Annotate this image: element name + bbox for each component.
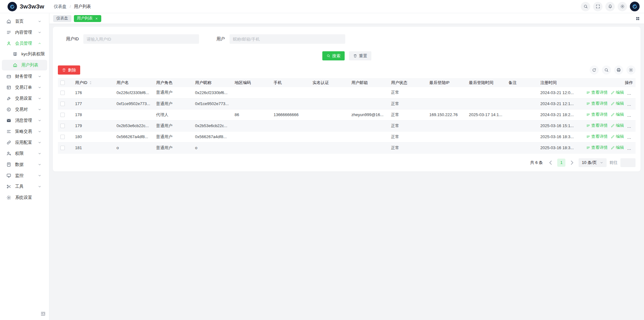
pencil-icon [611, 146, 615, 150]
sidebar-item-kyc-list[interactable]: kyc列表权限 [0, 49, 49, 59]
sidebar-item-home[interactable]: 首页 [0, 16, 49, 27]
total-count: 共 6 条 [530, 160, 543, 166]
table-row: 178代理人8613666666666zheyun999@16...正常169.… [58, 109, 636, 120]
sidebar-item-message-mgmt[interactable]: 消息管理 [0, 115, 49, 126]
column-label: 用户ID [75, 80, 87, 85]
detail-icon [586, 102, 590, 106]
delete-button[interactable]: 删除 [58, 65, 80, 75]
col-select [58, 78, 73, 87]
user-id-label: 用户ID [66, 36, 79, 42]
search-icon[interactable] [602, 65, 611, 75]
page-size-select[interactable]: 10 条/页 [579, 158, 607, 167]
sidebar-item-trade-settings[interactable]: 交易设置 [0, 93, 49, 104]
user-avatar[interactable] [630, 2, 640, 11]
cell-realname [310, 109, 349, 120]
reset-button[interactable]: 重置 [349, 51, 371, 60]
sidebar-item-monitor[interactable]: 监控 [0, 170, 49, 181]
view-detail-link[interactable]: 查看详情 [586, 123, 608, 128]
sidebar-item-system-settings[interactable]: 系统设置 [0, 192, 49, 203]
cell-last_login [466, 98, 506, 109]
sidebar-item-app-config[interactable]: 应用配置 [0, 137, 49, 148]
edit-link[interactable]: 编辑 [611, 90, 624, 95]
next-page-button[interactable] [568, 159, 576, 166]
row-checkbox[interactable] [60, 146, 65, 150]
fullscreen-icon[interactable] [593, 2, 602, 11]
cell-role: 普通用户 [153, 142, 192, 153]
page-number-1[interactable]: 1 [557, 159, 565, 167]
edit-link[interactable]: 编辑 [611, 112, 624, 117]
search-icon[interactable] [581, 2, 590, 11]
sidebar-item-user-list[interactable]: 用户列表 [2, 60, 47, 70]
edit-link[interactable]: 编辑 [611, 145, 624, 150]
view-detail-link[interactable]: 查看详情 [586, 112, 608, 117]
pencil-icon [611, 113, 615, 117]
sidebar-item-trade-orders[interactable]: 交易订单 [0, 82, 49, 93]
edit-link[interactable]: 编辑 [611, 123, 624, 128]
delete-button-label: 删除 [68, 67, 76, 73]
cell-remark [506, 120, 538, 131]
edit-link[interactable]: 编辑 [611, 134, 624, 139]
tab-user-list[interactable]: 用户列表 [74, 15, 101, 22]
cell-phone [271, 142, 310, 153]
col-realname: 实名认证 [310, 78, 349, 87]
col-username: 用户名 [114, 78, 154, 87]
cell-username [114, 109, 154, 120]
search-button[interactable]: 搜索 [322, 51, 345, 60]
cell-id: 179 [73, 120, 114, 131]
cell-region [232, 98, 271, 109]
copyright-icon [6, 107, 11, 112]
sidebar-item-tools[interactable]: 工具 [0, 181, 49, 192]
view-detail-link[interactable]: 查看详情 [586, 90, 608, 95]
refresh-icon[interactable] [590, 65, 599, 75]
row-checkbox[interactable] [60, 102, 65, 106]
col-last_ip: 最后登陆IP [427, 78, 466, 87]
row-checkbox[interactable] [60, 113, 65, 117]
tab-dashboard[interactable]: 仪表盘 [53, 15, 71, 22]
goto-page-input[interactable] [620, 158, 636, 167]
view-detail-link[interactable]: 查看详情 [586, 134, 608, 139]
view-detail-link[interactable]: 查看详情 [586, 101, 608, 106]
row-checkbox[interactable] [60, 124, 65, 128]
cell-id: 181 [73, 142, 114, 153]
sidebar-item-member-mgmt[interactable]: 会员管理 [0, 38, 49, 49]
column-label: 用户邮箱 [352, 80, 368, 85]
sidebar-item-data[interactable]: 数据 [0, 159, 49, 170]
cell-email [349, 98, 389, 109]
detail-icon [586, 146, 590, 150]
cell-role: 普通用户 [153, 98, 192, 109]
view-detail-link[interactable]: 查看详情 [586, 145, 608, 150]
user-list-card: 用户ID 用户 搜索 重置 [53, 27, 641, 171]
row-checkbox[interactable] [60, 91, 65, 95]
sidebar-item-label: 监控 [15, 173, 38, 178]
sidebar-item-strategy-trade[interactable]: 策略交易 [0, 126, 49, 137]
prev-page-button[interactable] [547, 159, 554, 166]
chevron-down-icon [38, 75, 42, 78]
table-row: 1790x2b53e6cb22c...普通用户0x2b53e6cb22c...正… [58, 120, 636, 131]
sidebar-item-finance-mgmt[interactable]: 财务管理 [0, 71, 49, 82]
select-all-checkbox[interactable] [60, 81, 65, 85]
row-checkbox[interactable] [60, 135, 65, 139]
gear-icon[interactable] [626, 65, 636, 75]
sidebar-item-content-mgmt[interactable]: 内容管理 [0, 27, 49, 38]
cell-last_ip [427, 131, 466, 142]
sidebar-item-permissions[interactable]: 权限 [0, 148, 49, 159]
collapse-sidebar-icon[interactable] [40, 311, 46, 317]
close-icon[interactable] [95, 17, 98, 20]
column-label: 实名认证 [313, 80, 329, 85]
tab-layout-grid-icon[interactable] [635, 16, 640, 21]
breadcrumb-item-dashboard[interactable]: 仪表盘 [54, 4, 67, 9]
edit-link[interactable]: 编辑 [611, 101, 624, 106]
bell-icon[interactable] [605, 2, 615, 11]
printer-icon[interactable] [614, 65, 623, 75]
cell-nickname: 0x226cf2330bf6... [192, 87, 232, 98]
user-id-input[interactable] [83, 34, 199, 44]
filter-form: 用户ID 用户 [58, 32, 636, 44]
sort-icon[interactable] [88, 81, 93, 85]
sidebar-item-trade-pairs[interactable]: 交易对 [0, 104, 49, 115]
column-label: 用户昵称 [195, 80, 211, 85]
pencil-icon [611, 135, 615, 139]
sidebar-item-label: 消息管理 [15, 118, 38, 123]
user-input[interactable] [230, 34, 345, 44]
gear-icon[interactable] [618, 2, 627, 11]
cell-ops: 查看详情编辑删除 [580, 142, 636, 153]
